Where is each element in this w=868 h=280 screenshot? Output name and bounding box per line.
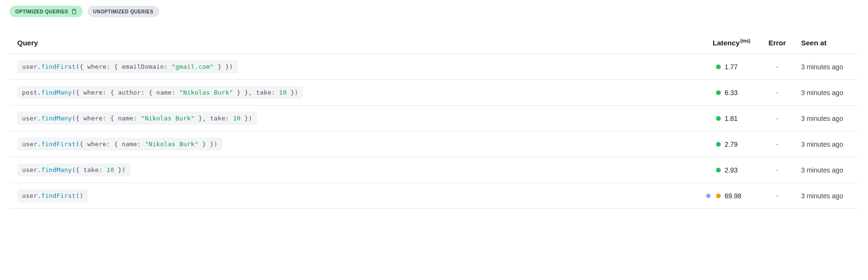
table-row[interactable]: user.findFirst({ where: { emailDomain: "… — [10, 54, 858, 80]
latency-value: 2.79 — [725, 140, 738, 148]
status-dot-orange — [716, 194, 721, 198]
table-row[interactable]: post.findMany({ where: { author: { name:… — [10, 80, 858, 106]
latency-value: 69.98 — [725, 192, 741, 200]
error-cell: - — [763, 115, 792, 122]
query-cell: user.findFirst({ where: { name: "Nikolas… — [10, 138, 705, 151]
query-cell: user.findMany({ take: 10 }) — [10, 163, 705, 176]
latency-cell: 6.33 — [705, 89, 763, 97]
latency-cell: 2.79 — [705, 140, 763, 148]
latency-cell: 2.93 — [705, 166, 763, 174]
query-code: post.findMany({ where: { author: { name:… — [17, 86, 303, 99]
table-row[interactable]: user.findFirst({ where: { name: "Nikolas… — [10, 131, 858, 157]
query-code: user.findFirst({ where: { emailDomain: "… — [17, 60, 238, 73]
table-row[interactable]: user.findMany({ where: { name: "Nikolas … — [10, 106, 858, 131]
query-cell: user.findFirst({ where: { emailDomain: "… — [10, 60, 705, 73]
latency-cell: 1.81 — [705, 115, 763, 122]
latency-value: 1.77 — [725, 63, 738, 71]
header-query: Query — [10, 39, 705, 47]
status-dot-green — [716, 168, 721, 172]
latency-cell: ✱ 69.98 — [705, 192, 763, 200]
status-dot-green — [716, 116, 721, 121]
error-cell: - — [763, 166, 792, 174]
error-cell: - — [763, 89, 792, 97]
query-cell: post.findMany({ where: { author: { name:… — [10, 86, 705, 99]
tab-unoptimized-label: UNOPTIMIZED QUERIES — [93, 9, 153, 14]
query-code: user.findMany({ where: { name: "Nikolas … — [17, 112, 257, 125]
tab-optimized-label: OPTIMIZED QUERIES — [15, 9, 68, 14]
query-code: user.findMany({ take: 10 }) — [17, 163, 130, 176]
query-cell: user.findFirst() — [10, 189, 705, 202]
seen-at-cell: 3 minutes ago — [792, 140, 858, 148]
star-icon: ✱ — [705, 192, 711, 200]
table-header-row: Query Latency(ms) Error Seen at — [10, 32, 858, 54]
seen-at-cell: 3 minutes ago — [792, 115, 858, 122]
latency-cell: 1.77 — [705, 63, 763, 71]
queries-table: Query Latency(ms) Error Seen at user.fin… — [10, 32, 858, 209]
error-cell: - — [763, 140, 792, 148]
trash-icon[interactable] — [71, 9, 77, 14]
latency-value: 1.81 — [725, 115, 738, 122]
latency-value: 2.93 — [725, 166, 738, 174]
table-row[interactable]: user.findFirst() ✱ 69.98 - 3 minutes ago — [10, 183, 858, 209]
header-error: Error — [763, 39, 792, 47]
seen-at-cell: 3 minutes ago — [792, 166, 858, 174]
status-dot-green — [716, 142, 721, 147]
status-dot-green — [716, 65, 721, 69]
tabs-container: OPTIMIZED QUERIES UNOPTIMIZED QUERIES — [10, 6, 858, 17]
seen-at-cell: 3 minutes ago — [792, 192, 858, 200]
query-cell: user.findMany({ where: { name: "Nikolas … — [10, 112, 705, 125]
header-latency: Latency(ms) — [705, 38, 763, 47]
seen-at-cell: 3 minutes ago — [792, 63, 858, 71]
table-row[interactable]: user.findMany({ take: 10 }) 2.93 - 3 min… — [10, 157, 858, 183]
error-cell: - — [763, 192, 792, 200]
latency-value: 6.33 — [725, 89, 738, 97]
seen-at-cell: 3 minutes ago — [792, 89, 858, 97]
header-seen-at: Seen at — [792, 39, 858, 47]
tab-optimized-queries[interactable]: OPTIMIZED QUERIES — [10, 6, 83, 17]
query-code: user.findFirst({ where: { name: "Nikolas… — [17, 138, 222, 151]
error-cell: - — [763, 63, 792, 71]
query-code: user.findFirst() — [17, 189, 88, 202]
tab-unoptimized-queries[interactable]: UNOPTIMIZED QUERIES — [87, 6, 159, 17]
status-dot-green — [716, 90, 721, 95]
